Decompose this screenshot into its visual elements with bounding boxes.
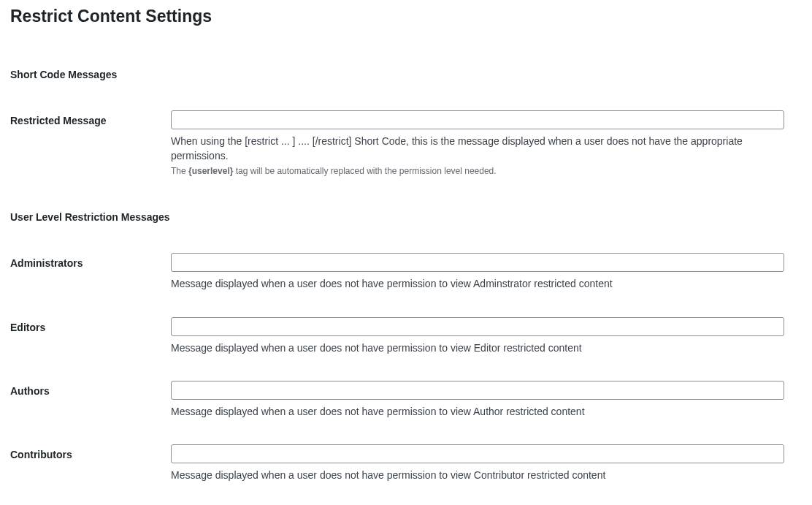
subscribers-label: Subscribers xyxy=(10,497,171,505)
authors-description: Message displayed when a user does not h… xyxy=(171,404,784,419)
editors-input[interactable] xyxy=(171,317,784,336)
authors-label: Authors xyxy=(10,370,171,433)
administrators-description: Message displayed when a user does not h… xyxy=(171,276,784,291)
userlevel-tag: {userlevel} xyxy=(188,166,233,176)
contributors-input[interactable] xyxy=(171,444,784,463)
administrators-input[interactable] xyxy=(171,253,784,272)
contributors-label: Contributors xyxy=(10,433,171,497)
page-title: Restrict Content Settings xyxy=(10,6,802,28)
restricted-message-label: Restricted Message xyxy=(10,99,171,192)
restricted-message-tag-note: The {userlevel} tag will be automaticall… xyxy=(171,165,784,178)
shortcode-messages-heading: Short Code Messages xyxy=(10,68,794,81)
administrators-label: Administrators xyxy=(10,242,171,305)
authors-input[interactable] xyxy=(171,381,784,400)
userlevel-messages-heading: User Level Restriction Messages xyxy=(10,210,794,224)
restricted-message-description: When using the [restrict ... ] .... [/re… xyxy=(171,134,784,164)
editors-label: Editors xyxy=(10,306,171,370)
contributors-description: Message displayed when a user does not h… xyxy=(171,468,784,482)
restricted-message-input[interactable] xyxy=(171,110,784,129)
editors-description: Message displayed when a user does not h… xyxy=(171,341,784,355)
